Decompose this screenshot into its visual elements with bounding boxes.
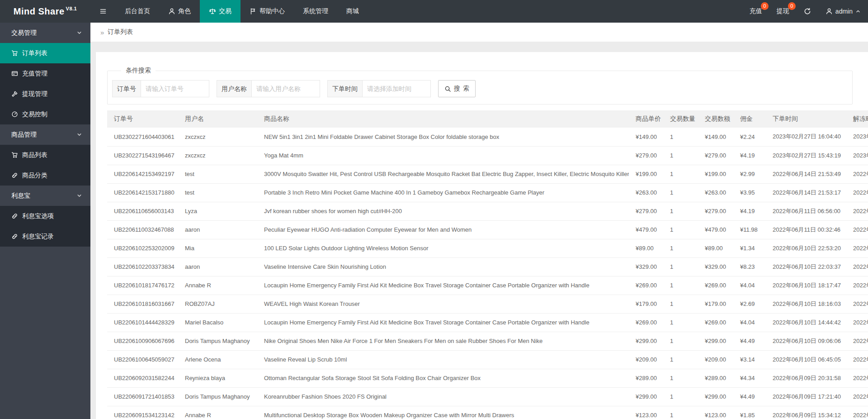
cell-qty: 1 xyxy=(663,276,698,295)
cell-product: 3000V Mosquito Swatter Hit, Pest Control… xyxy=(257,165,629,183)
cell-commission: ¥8.23 xyxy=(733,257,766,276)
sidebar-item[interactable]: 商品列表 xyxy=(0,145,90,165)
cell-price: ¥329.00 xyxy=(629,257,663,276)
sidebar-item[interactable]: 充值管理 xyxy=(0,63,90,84)
search-field-group: 用户名称 xyxy=(217,80,320,97)
top-nav-item-label: 系统管理 xyxy=(303,7,328,15)
cell-amount: ¥149.00 xyxy=(698,128,733,146)
cell-unfreeze-time: 2022年 xyxy=(846,313,868,332)
cell-username: test xyxy=(178,165,257,183)
table-row: UB2302271543196467 zxczxcz Yoga Mat 4mm … xyxy=(107,146,868,165)
sidebar-item[interactable]: 交易控制 xyxy=(0,104,90,124)
sidebar-item[interactable]: 交易管理 xyxy=(0,23,90,43)
cell-order-time: 2022年06月10日 22:53:20 xyxy=(766,239,846,257)
table-header-cell: 订单号 xyxy=(107,110,178,128)
cell-order-time: 2023年02月27日 16:04:40 xyxy=(766,128,846,146)
cell-commission: ¥4.04 xyxy=(733,313,766,332)
cell-commission: ¥11.98 xyxy=(733,220,766,239)
search-button[interactable]: 搜索 xyxy=(438,80,476,97)
breadcrumb-arrows-icon: » xyxy=(100,29,104,36)
cell-product: Locaupin Home Emergency Family First Aid… xyxy=(257,313,629,332)
cell-qty: 1 xyxy=(663,165,698,183)
header-action-button[interactable]: 充值 0 xyxy=(742,0,769,23)
cell-order-no: UB2206101444428329 xyxy=(107,313,178,332)
table-header-cell: 用户名 xyxy=(178,110,257,128)
cell-product: NEW 5in1 3in1 2in1 Mini Foldable Drawer … xyxy=(257,128,629,146)
cell-order-no: UB2206100906067696 xyxy=(107,332,178,350)
sidebar-item[interactable]: 利息宝 xyxy=(0,186,90,206)
cell-order-no: UB2206142153492197 xyxy=(107,165,178,183)
main-content: 条件搜索 订单号 用户名称 下单时间 xyxy=(90,42,868,419)
cell-commission: ¥2.69 xyxy=(733,295,766,313)
cell-product: Multifunctional Desktop Storage Box Wood… xyxy=(257,406,629,419)
table-row: UB2206110032467088 aaron Peculiar Eyewea… xyxy=(107,220,868,239)
cell-order-time: 2023年02月27日 15:43:19 xyxy=(766,146,846,165)
table-row: UB2206092031582244 Reynieza blaya Ottoma… xyxy=(107,369,868,387)
search-input[interactable] xyxy=(362,80,431,97)
cell-price: ¥279.00 xyxy=(629,202,663,220)
cell-qty: 1 xyxy=(663,146,698,165)
count-badge: 0 xyxy=(788,2,796,10)
cell-product: 100 LED Solar Lights Outdoor Lighting Wi… xyxy=(257,239,629,257)
table-header-cell: 商品名称 xyxy=(257,110,629,128)
cell-qty: 1 xyxy=(663,220,698,239)
sidebar-item[interactable]: 利息宝记录 xyxy=(0,226,90,247)
search-input[interactable] xyxy=(251,80,320,97)
header-action-button[interactable]: 提现 0 xyxy=(769,0,797,23)
top-nav-item-label: 商城 xyxy=(346,7,359,15)
sidebar-item[interactable]: 商品管理 xyxy=(0,124,90,145)
orders-table-wrap: 订单号 用户名 商品名称 商品单价 交易数量 交易数额 佣金 xyxy=(107,110,868,419)
cell-username: Doris Tampus Maghanoy xyxy=(178,387,257,406)
cell-username: Annabe R xyxy=(178,276,257,295)
app-logo[interactable]: Mind Share V8.1 xyxy=(0,0,90,23)
top-nav-item[interactable]: 后台首页 xyxy=(116,0,159,23)
cell-username: Mariel Bacalso xyxy=(178,313,257,332)
cell-product: Yoga Mat 4mm xyxy=(257,146,629,165)
refresh-button[interactable] xyxy=(797,0,818,23)
link-icon xyxy=(11,233,18,240)
cell-price: ¥289.00 xyxy=(629,369,663,387)
cell-order-no: UB2206142153171880 xyxy=(107,183,178,202)
search-input[interactable] xyxy=(141,80,209,97)
cell-unfreeze-time: 2022年 xyxy=(846,276,868,295)
top-nav-item[interactable]: 商城 xyxy=(337,0,368,23)
cell-username: zxczxcz xyxy=(178,128,257,146)
cell-unfreeze-time: 2022年 xyxy=(846,165,868,183)
cell-qty: 1 xyxy=(663,350,698,369)
cell-price: ¥209.00 xyxy=(629,350,663,369)
cell-unfreeze-time: 2022年 xyxy=(846,387,868,406)
search-button-label: 搜索 xyxy=(454,85,472,93)
cell-order-time: 2022年06月10日 18:16:03 xyxy=(766,295,846,313)
cell-unfreeze-time: 2023年 xyxy=(846,146,868,165)
cell-qty: 1 xyxy=(663,295,698,313)
cell-commission: ¥1.85 xyxy=(733,406,766,419)
cell-unfreeze-time: 2022年 xyxy=(846,220,868,239)
sidebar-item[interactable]: 订单列表 xyxy=(0,43,90,63)
app-version: V8.1 xyxy=(66,6,77,11)
cell-qty: 1 xyxy=(663,369,698,387)
cell-order-no: UB2206102203373834 xyxy=(107,257,178,276)
menu-toggle-icon[interactable] xyxy=(90,0,116,23)
sidebar-item[interactable]: 提现管理 xyxy=(0,84,90,104)
cell-commission: ¥4.04 xyxy=(733,276,766,295)
hammer-icon xyxy=(11,90,18,97)
header-action-label: 充值 xyxy=(750,7,762,15)
sidebar-item-label: 商品管理 xyxy=(11,131,37,139)
user-menu[interactable]: admin xyxy=(818,0,868,23)
search-icon xyxy=(444,86,451,92)
cell-amount: ¥269.00 xyxy=(698,313,733,332)
table-row: UB2206142153492197 test 3000V Mosquito S… xyxy=(107,165,868,183)
sidebar-item[interactable]: 商品分类 xyxy=(0,165,90,186)
sidebar-item[interactable]: 利息宝选项 xyxy=(0,206,90,226)
cell-amount: ¥263.00 xyxy=(698,183,733,202)
cell-username: Lyza xyxy=(178,202,257,220)
top-nav-item[interactable]: 角色 xyxy=(159,0,200,23)
cell-price: ¥279.00 xyxy=(629,146,663,165)
cell-username: Arlene Ocena xyxy=(178,350,257,369)
top-nav-item[interactable]: 交易 xyxy=(200,0,241,23)
orders-table: 订单号 用户名 商品名称 商品单价 交易数量 交易数额 佣金 xyxy=(107,110,868,419)
top-nav-item[interactable]: 帮助中心 xyxy=(241,0,294,23)
cell-unfreeze-time: 2022年 xyxy=(846,183,868,202)
user-icon xyxy=(826,8,833,15)
top-nav-item[interactable]: 系统管理 xyxy=(294,0,337,23)
